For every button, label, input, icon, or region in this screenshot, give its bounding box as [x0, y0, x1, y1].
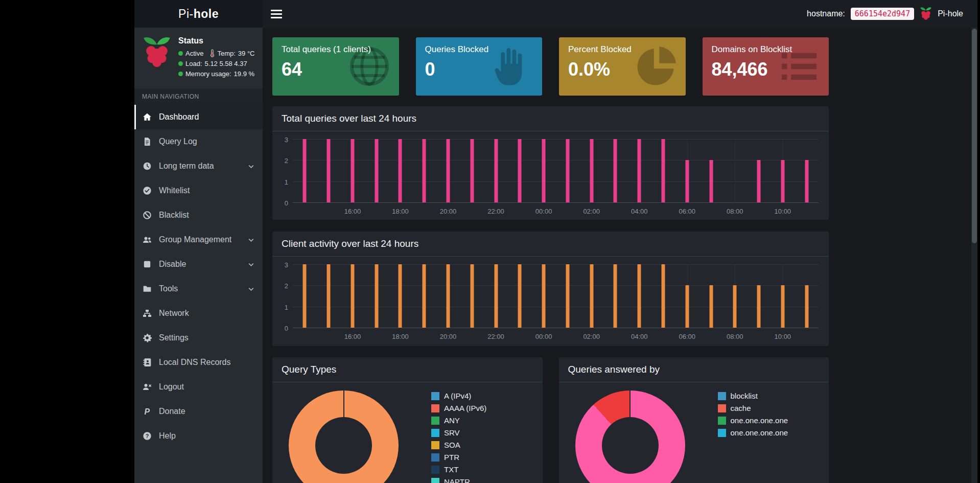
file-icon	[142, 137, 152, 146]
axis-tick-label: 08:00	[727, 333, 743, 340]
sidebar-item-network[interactable]: Network	[134, 301, 263, 326]
axis-tick-label: 0	[285, 200, 288, 206]
queries-answered-donut-chart[interactable]	[575, 390, 685, 483]
legend-item[interactable]: one.one.one.one	[718, 416, 788, 425]
sidebar-item-label: Network	[159, 309, 189, 318]
sidebar-item-whitelist[interactable]: Whitelist	[134, 178, 263, 203]
chart-bar	[351, 139, 354, 202]
sidebar-item-settings[interactable]: Settings	[134, 326, 263, 350]
legend-item[interactable]: NAPTR	[431, 477, 486, 483]
address-book-icon	[142, 358, 152, 367]
axis-tick-label: 00:00	[535, 208, 552, 215]
legend-swatch	[431, 441, 439, 449]
legend-swatch	[431, 466, 439, 474]
axis-tick-label: 08:00	[727, 208, 743, 215]
chart-bar	[351, 264, 354, 328]
query-types-legend: A (IPv4)AAAA (IPv6)ANYSRVSOAPTRTXTNAPTR	[431, 392, 486, 483]
status-active-row: Active Temp: 39 °C	[178, 49, 254, 57]
brand-link[interactable]: Pi-hole	[134, 0, 263, 28]
panel-total-queries: Total queries over last 24 hours 0123 16…	[272, 106, 829, 220]
axis-tick-label: 16:00	[344, 208, 361, 215]
temp-label: Temp:	[217, 50, 235, 57]
raspberry-icon	[920, 7, 932, 21]
chart-bar	[399, 139, 402, 202]
sidebar-item-help[interactable]: ? Help	[134, 424, 263, 448]
gridline	[293, 285, 819, 286]
question-circle-icon: ?	[142, 431, 152, 441]
page-scrollbar[interactable]	[971, 28, 977, 483]
navbar-right-group: hostname: 666154e2d947 Pi-hole	[807, 7, 963, 21]
paypal-icon: P	[142, 407, 152, 416]
legend-swatch	[431, 429, 439, 437]
scrollbar-thumb[interactable]	[972, 29, 977, 243]
sidebar-item-blacklist[interactable]: Blacklist	[134, 203, 263, 227]
query-types-donut-chart[interactable]	[289, 390, 399, 483]
sidebar-item-disable[interactable]: Disable	[134, 252, 263, 277]
legend-item[interactable]: ANY	[431, 416, 486, 425]
legend-swatch	[431, 392, 439, 400]
bottom-panels-row: Query Types A (IPv4)AAAA (IPv6)ANYSRVSOA…	[272, 357, 829, 483]
axis-tick-label: 20:00	[440, 208, 457, 215]
chart-bar	[494, 139, 498, 202]
sidebar-item-dashboard[interactable]: Dashboard	[134, 105, 263, 129]
legend-item[interactable]: PTR	[431, 453, 486, 462]
total-queries-bar-chart[interactable]: 0123 16:0018:0020:0022:0000:0002:0004:00…	[277, 135, 820, 216]
axis-tick-label: 04:00	[631, 208, 648, 215]
status-dot-icon	[178, 61, 183, 66]
sidebar-toggle-button[interactable]	[271, 10, 282, 18]
gridline	[293, 160, 819, 160]
card-title: Percent Blocked	[568, 44, 676, 55]
sidebar-item-long-term-data[interactable]: Long term data	[134, 154, 263, 178]
legend-item[interactable]: one.one.one.one	[718, 428, 788, 437]
sidebar-item-query-log[interactable]: Query Log	[134, 129, 263, 154]
legend-item[interactable]: cache	[718, 404, 788, 412]
sidebar-item-logout[interactable]: Logout	[134, 375, 263, 399]
queries-answered-legend: blocklistcacheone.one.one.oneone.one.one…	[718, 392, 788, 483]
axis-tick-label: 3	[285, 262, 288, 268]
chart-bar	[423, 264, 426, 328]
sidebar-item-label: Donate	[159, 407, 185, 416]
legend-item[interactable]: AAAA (IPv6)	[431, 404, 486, 412]
legend-swatch	[718, 429, 726, 437]
chart-bar	[375, 139, 378, 202]
svg-text:P: P	[144, 407, 150, 416]
card-title: Queries Blocked	[425, 44, 533, 55]
client-activity-bar-chart[interactable]: 0123 16:0018:0020:0022:0000:0002:0004:00…	[277, 261, 820, 341]
chart-bar	[518, 264, 522, 328]
summary-cards-row: Total queries (1 clients) 64 Queries Blo…	[272, 37, 829, 96]
axis-tick-label: 20:00	[440, 333, 457, 340]
panel-title: Total queries over last 24 hours	[272, 106, 829, 131]
gear-icon	[142, 333, 152, 342]
sidebar-item-label: Settings	[159, 333, 189, 342]
card-title: Total queries (1 clients)	[282, 44, 390, 55]
summary-card-total-queries: Total queries (1 clients) 64	[272, 37, 399, 96]
legend-item[interactable]: A (IPv4)	[431, 392, 486, 400]
sidebar-item-donate[interactable]: P Donate	[134, 399, 263, 424]
chevron-down-icon	[247, 261, 255, 268]
legend-item[interactable]: blocklist	[718, 392, 788, 400]
temp-value: 39 °C	[238, 50, 255, 57]
chart-bar	[661, 264, 665, 328]
memory-label: Memory usage:	[185, 70, 231, 78]
sidebar-item-local-dns-records[interactable]: Local DNS Records	[134, 350, 263, 375]
donut-divider	[343, 390, 344, 446]
donut-divider	[629, 390, 631, 446]
pihole-home-link[interactable]: Pi-hole	[938, 9, 963, 18]
svg-text:?: ?	[146, 433, 149, 439]
legend-item[interactable]: TXT	[431, 465, 486, 474]
network-icon	[142, 309, 152, 318]
axis-tick-label: 0	[285, 325, 288, 332]
legend-item[interactable]: SOA	[431, 441, 486, 449]
sidebar-item-label: Blacklist	[159, 211, 189, 220]
card-title: Domains on Blocklist	[712, 44, 820, 55]
sidebar-item-label: Query Log	[159, 137, 197, 146]
sidebar-item-group-management[interactable]: Group Management	[134, 227, 263, 252]
legend-item[interactable]: SRV	[431, 428, 486, 437]
axis-tick-label: 1	[285, 304, 288, 310]
card-value: 84,466	[712, 59, 820, 80]
gridline	[293, 328, 819, 328]
sidebar-item-label: Logout	[159, 382, 184, 392]
sidebar-item-tools[interactable]: Tools	[134, 277, 263, 301]
sidebar-item-label: Disable	[159, 260, 186, 269]
x-axis: 16:0018:0020:0022:0000:0002:0004:0006:00…	[293, 330, 819, 341]
